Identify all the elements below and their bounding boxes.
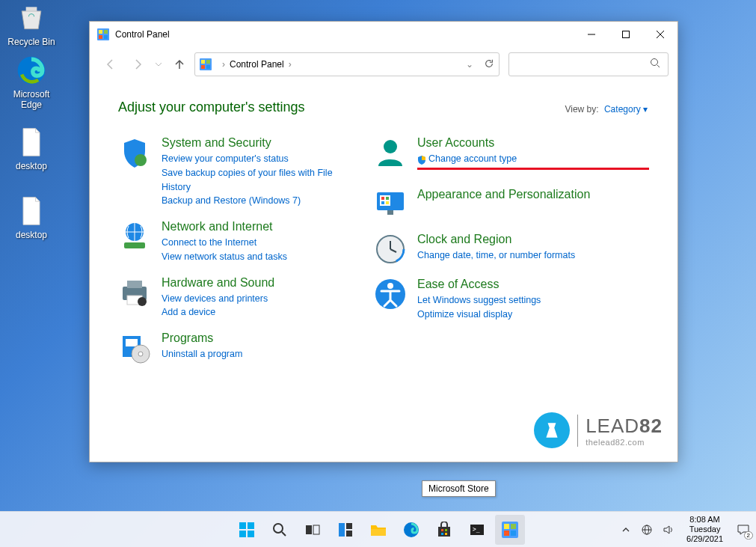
category-link[interactable]: Review your computer's status	[162, 152, 344, 166]
category-hardware-and-sound: Hardware and SoundView devices and print…	[118, 276, 344, 320]
category-link[interactable]: Uninstall a program	[162, 347, 344, 361]
forward-button[interactable]	[126, 52, 150, 76]
system-tray: 8:08 AM Tuesday 6/29/2021 2	[619, 515, 752, 545]
svg-rect-65	[511, 524, 516, 529]
control-panel-window: Control Panel › Control Panel › ⌄	[89, 21, 678, 462]
chevron-right-icon: ›	[289, 59, 292, 70]
svg-point-16	[651, 59, 658, 66]
category-title[interactable]: Clock and Region	[417, 233, 649, 246]
shield-pc-icon	[118, 136, 151, 169]
category-link[interactable]: Connect to the Internet	[162, 236, 344, 250]
taskbar-taskview-icon[interactable]	[298, 515, 328, 545]
network-icon[interactable]	[640, 523, 654, 537]
taskbar-terminal-icon[interactable]: >_	[462, 515, 492, 545]
breadcrumb[interactable]: Control Panel	[230, 59, 284, 70]
svg-rect-60	[445, 533, 447, 535]
category-title[interactable]: Ease of Access	[417, 278, 649, 291]
category-link[interactable]: Backup and Restore (Windows 7)	[162, 194, 344, 208]
desktop-icon-microsoft-edge[interactable]: Microsoft Edge	[3, 54, 60, 110]
category-link[interactable]: Save backup copies of your files with Fi…	[162, 166, 344, 195]
taskbar-clock[interactable]: 8:08 AM Tuesday 6/29/2021	[686, 515, 723, 545]
taskbar-widgets-icon[interactable]	[331, 515, 360, 545]
svg-rect-36	[387, 210, 393, 215]
category-title[interactable]: Network and Internet	[162, 220, 344, 233]
close-button[interactable]	[643, 22, 677, 47]
svg-rect-32	[381, 197, 384, 200]
minimize-button[interactable]	[574, 22, 609, 47]
svg-rect-53	[346, 531, 352, 537]
svg-rect-56	[438, 527, 450, 537]
monitor-icon	[374, 188, 407, 221]
clock-icon	[374, 233, 407, 266]
category-title[interactable]: Hardware and Sound	[162, 276, 344, 290]
svg-rect-8	[623, 31, 630, 38]
category-title[interactable]: Appearance and Personalization	[417, 188, 649, 201]
view-by-selector[interactable]: View by: Category ▾	[565, 104, 648, 114]
taskbar-search-icon[interactable]	[265, 515, 295, 545]
recent-dropdown[interactable]	[153, 52, 165, 76]
user-icon	[374, 136, 407, 169]
category-title[interactable]: User Accounts	[417, 136, 649, 150]
maximize-button[interactable]	[609, 22, 643, 47]
addr-dropdown-icon[interactable]: ⌄	[466, 59, 473, 70]
svg-point-29	[384, 140, 397, 153]
taskbar-controlpanel-icon[interactable]	[495, 515, 525, 545]
category-link[interactable]: Change account type	[417, 152, 649, 166]
category-network-and-internet: Network and InternetConnect to the Inter…	[118, 220, 344, 264]
notification-icon[interactable]: 2	[735, 522, 752, 538]
category-link[interactable]: Add a device	[162, 305, 344, 320]
search-box[interactable]	[508, 52, 669, 76]
svg-rect-13	[206, 60, 210, 64]
control-panel-icon	[97, 28, 109, 40]
desktop-icon-recycle-bin[interactable]: Recycle Bin	[3, 1, 60, 47]
svg-rect-46	[248, 531, 254, 537]
svg-point-28	[138, 352, 143, 356]
svg-line-17	[657, 65, 660, 67]
category-title[interactable]: Programs	[162, 331, 344, 345]
taskbar-edge-icon[interactable]	[396, 515, 426, 545]
svg-rect-26	[126, 339, 138, 346]
svg-rect-58	[445, 529, 447, 531]
titlebar: Control Panel	[90, 22, 677, 47]
lead82-logo-icon	[534, 412, 570, 448]
address-icon	[200, 58, 212, 70]
svg-rect-66	[504, 531, 509, 536]
annotation-redline	[417, 168, 649, 170]
chevron-right-icon: ›	[222, 59, 225, 70]
category-appearance-and-personalization: Appearance and Personalization	[374, 188, 649, 221]
taskbar-explorer-icon[interactable]	[363, 515, 393, 545]
svg-rect-22	[127, 281, 142, 288]
category-title[interactable]: System and Security	[162, 136, 344, 150]
content-area: Adjust your computer's settings View by:…	[90, 82, 677, 462]
desktop-icon-desktop[interactable]: desktop	[3, 195, 60, 240]
category-programs: ProgramsUninstall a program	[118, 331, 344, 364]
category-link[interactable]: Optimize visual display	[417, 308, 649, 322]
category-link[interactable]: View network status and tasks	[162, 250, 344, 264]
address-bar[interactable]: › Control Panel › ⌄	[194, 52, 500, 76]
category-system-and-security: System and SecurityReview your computer'…	[118, 136, 344, 208]
category-link[interactable]: Change date, time, or number formats	[417, 248, 649, 263]
back-button[interactable]	[99, 52, 123, 76]
svg-rect-64	[504, 524, 509, 529]
printer-icon	[118, 276, 151, 309]
volume-icon[interactable]	[661, 523, 674, 537]
svg-point-47	[274, 524, 283, 533]
taskbar-store-icon[interactable]	[429, 515, 459, 545]
search-input[interactable]	[517, 59, 650, 70]
svg-rect-50	[313, 525, 319, 534]
taskbar-start-icon[interactable]	[232, 515, 262, 545]
svg-line-48	[282, 532, 286, 536]
refresh-button[interactable]	[484, 58, 494, 71]
up-button[interactable]	[168, 52, 191, 76]
tray-chevron-icon[interactable]	[619, 523, 633, 537]
category-clock-and-region: Clock and RegionChange date, time, or nu…	[374, 233, 649, 266]
category-user-accounts: User AccountsChange account type	[374, 136, 649, 176]
svg-rect-35	[386, 201, 389, 204]
category-link[interactable]: View devices and printers	[162, 292, 344, 306]
window-title: Control Panel	[115, 29, 574, 40]
nav-toolbar: › Control Panel › ⌄	[90, 47, 677, 82]
svg-rect-57	[441, 529, 443, 531]
category-link[interactable]: Let Windows suggest settings	[417, 293, 649, 308]
tooltip: Microsoft Store	[422, 480, 496, 497]
desktop-icon-desktop[interactable]: desktop	[3, 126, 60, 171]
